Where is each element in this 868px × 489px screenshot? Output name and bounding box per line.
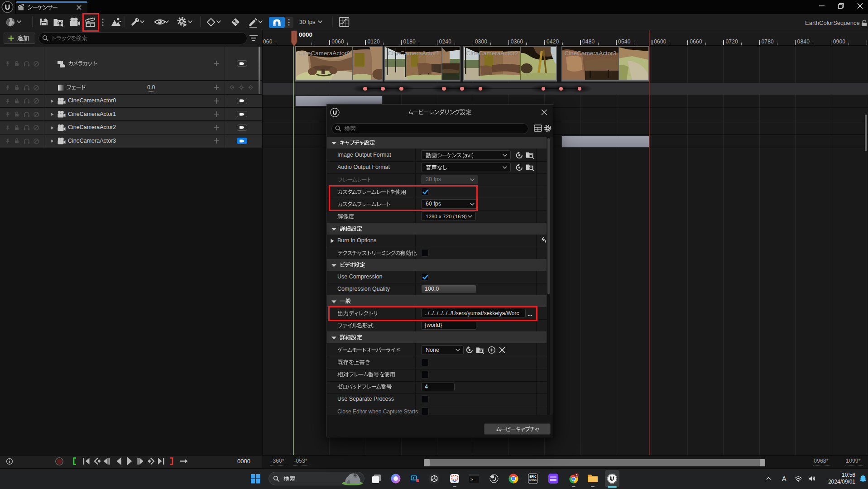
svg-text:>_: >_ [470, 478, 475, 482]
svg-text:GAMES: GAMES [529, 479, 537, 481]
svg-text:EPIC: EPIC [529, 475, 536, 478]
